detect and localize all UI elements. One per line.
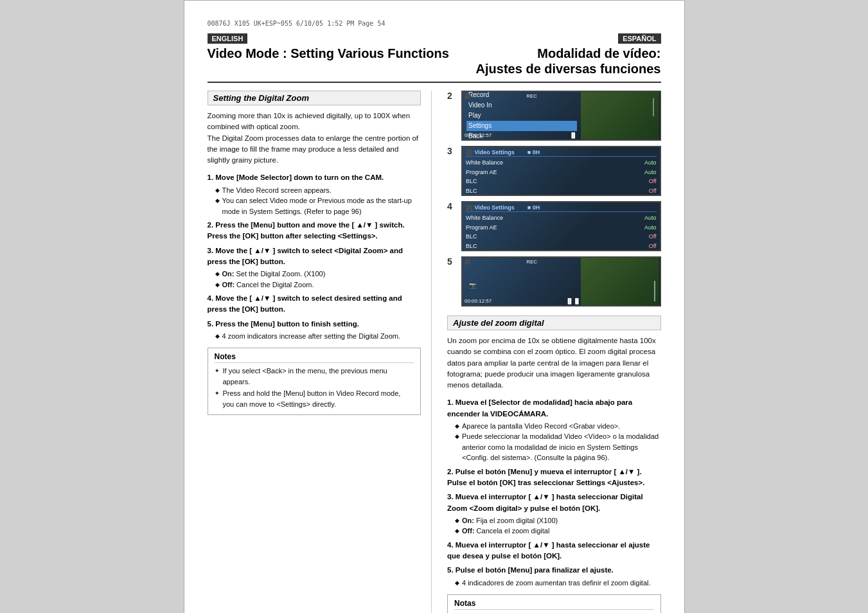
- meta-line: 00876J X105 UK+ESP~055 6/10/05 1:52 PM P…: [208, 20, 661, 27]
- english-column: Setting the Digital Zoom Zooming more th…: [208, 91, 432, 613]
- screenshot-5-preview: [581, 258, 660, 305]
- espanol-step-5-bullet-1: 4 indicadores de zoom aumentan tras defi…: [455, 578, 661, 589]
- espanol-notes-box: Notas Si selecciona Back <Volver> en el …: [447, 594, 661, 613]
- screenshot-5-menu: 🎥REC■💾 📷 00:00:12:57▐▌▐▌II: [463, 258, 581, 305]
- espanol-step-4: 4. Mueva el interruptor [ ▲/▼ ] hasta se…: [447, 540, 661, 562]
- screenshot-3-title: 🎥 Video Settings ■ 0H: [466, 149, 657, 157]
- english-title: Video Mode : Setting Various Functions: [208, 46, 449, 61]
- screenshot-4-stepnum: 4: [447, 201, 456, 211]
- screenshot-2-stepnum: 2: [447, 91, 456, 101]
- screenshot-3-wrapper: 🎥 Video Settings ■ 0H White BalanceAuto …: [461, 146, 661, 196]
- screenshot-4-screen: 🎥 Video Settings ■ 0H White BalanceAuto …: [461, 201, 661, 251]
- menu-item-videoin: Video In: [466, 100, 577, 111]
- settings3-row-blc1: BLCOff: [466, 177, 657, 186]
- english-section-heading: Setting the Digital Zoom: [208, 91, 421, 105]
- espanol-step-1: 1. Mueva el [Selector de modalidad] haci…: [447, 397, 661, 463]
- menu-item-play: Play: [466, 111, 577, 121]
- espanol-step-1-bullet-1: Aparece la pantalla Video Record <Grabar…: [455, 421, 661, 432]
- english-intro: Zooming more than 10x is achieved digita…: [208, 111, 421, 166]
- english-notes-list: If you select <Back> in the menu, the pr…: [215, 366, 414, 409]
- screenshot-4: 4 🎥 Video Settings ■ 0H White BalanceAut…: [447, 201, 661, 251]
- screenshot-2-wrapper: 🎥REC■💾 Record Video In Play Settings Bac…: [461, 91, 661, 141]
- screenshot-5-stepnum: 5: [447, 256, 456, 267]
- english-step-3-bullet-2: Off: Cancel the Digital Zoom.: [215, 280, 421, 290]
- espanol-steps: 1. Mueva el [Selector de modalidad] haci…: [447, 397, 661, 588]
- english-step-5-bullet-1: 4 zoom indicators increase after setting…: [215, 331, 421, 342]
- screenshot-3-screen: 🎥 Video Settings ■ 0H White BalanceAuto …: [461, 146, 661, 196]
- english-step-5: 5. Press the [Menu] button to finish set…: [208, 319, 421, 342]
- screenshot-4-title: 🎥 Video Settings ■ 0H: [466, 204, 657, 212]
- settings3-row-dz: Digital ZoomOff: [463, 195, 660, 196]
- header-right: ESPAÑOL Modalidad de vídeo:Ajustes de di…: [476, 33, 661, 76]
- screenshot-2-preview: [581, 92, 660, 139]
- reg-mark-tl: [190, 6, 202, 19]
- espanol-step-5: 5. Pulse el botón [Menu] para finalizar …: [447, 565, 661, 588]
- screenshot-5-screen: 🎥REC■💾 📷 00:00:12:57▐▌▐▌II: [461, 256, 661, 306]
- espanol-step-2: 2. Pulse el botón [Menu] y mueva el inte…: [447, 466, 661, 489]
- english-step-1-bullet-1: The Video Record screen appears.: [215, 185, 421, 196]
- espanol-step-3-bullet-2: Off: Cancela el zoom digital: [455, 526, 661, 537]
- settings4-row-blc1: BLCOff: [466, 232, 657, 242]
- screenshot-5-wrapper: 🎥REC■💾 📷 00:00:12:57▐▌▐▌II: [461, 256, 661, 306]
- screenshot-4-wrapper: 🎥 Video Settings ■ 0H White BalanceAuto …: [461, 201, 661, 251]
- espanol-section-heading: Ajuste del zoom digital: [447, 315, 661, 330]
- english-step-3-bullet-1: On: Set the Digital Zoom. (X100): [215, 269, 421, 280]
- espanol-step-3-bullet-1: On: Fija el zoom digital (X100): [455, 515, 661, 526]
- menu-item-settings: Settings: [466, 121, 577, 131]
- two-col-layout: Setting the Digital Zoom Zooming more th…: [208, 91, 661, 613]
- settings3-row-wb: White BalanceAuto: [466, 158, 657, 168]
- espanol-intro: Un zoom por encima de 10x se obtiene dig…: [447, 335, 661, 391]
- screenshot-2: 2 🎥REC■💾 Record Video In Play Settings: [447, 91, 661, 141]
- screenshot-2-menu: 🎥REC■💾 Record Video In Play Settings Bac…: [463, 92, 581, 139]
- screenshot-5: 5 🎥REC■💾 📷 00:00:12:57▐▌▐▌II: [447, 256, 661, 306]
- english-step-2: 2. Press the [Menu] button and move the …: [208, 220, 421, 242]
- english-notes-box: Notes If you select <Back> in the menu, …: [208, 348, 421, 415]
- screenshot-3-stepnum: 3: [447, 146, 456, 156]
- english-badge: ENGLISH: [208, 33, 248, 44]
- english-step-1-bullet-2: You can select Video mode or Previous mo…: [215, 195, 421, 217]
- espanol-badge: ESPAÑOL: [618, 33, 660, 44]
- espanol-title: Modalidad de vídeo:Ajustes de diversas f…: [476, 46, 661, 76]
- page-header: ENGLISH Video Mode : Setting Various Fun…: [208, 33, 661, 83]
- right-column: 2 🎥REC■💾 Record Video In Play Settings: [445, 91, 661, 613]
- settings4-row-blc2: BLCOff: [466, 242, 657, 251]
- reg-mark-tr: [666, 6, 679, 19]
- espanol-notes-title: Notas: [454, 599, 654, 610]
- settings4-row-ae: Program AEAuto: [466, 223, 657, 233]
- english-note-1: If you select <Back> in the menu, the pr…: [215, 366, 414, 387]
- english-step-3: 3. Move the [ ▲/▼ ] switch to select <Di…: [208, 245, 421, 290]
- settings3-row-blc2: BLCOff: [466, 186, 657, 196]
- espanol-step-3: 3. Mueva el interruptor [ ▲/▼ ] hasta se…: [447, 492, 661, 537]
- english-note-2: Press and hold the [Menu] button in Vide…: [215, 388, 414, 409]
- screenshots-column: 2 🎥REC■💾 Record Video In Play Settings: [447, 91, 661, 306]
- settings4-row-dz: Digital ZoomOn: [463, 251, 660, 251]
- english-step-4: 4. Move the [ ▲/▼ ] switch to select des…: [208, 293, 421, 315]
- screenshot-3: 3 🎥 Video Settings ■ 0H White BalanceAut…: [447, 146, 661, 196]
- header-left: ENGLISH Video Mode : Setting Various Fun…: [208, 33, 449, 61]
- english-steps: 1. Move [Mode Selector] down to turn on …: [208, 172, 421, 341]
- settings3-row-ae: Program AEAuto: [466, 168, 657, 177]
- english-notes-title: Notes: [215, 352, 414, 363]
- page-container: 00876J X105 UK+ESP~055 6/10/05 1:52 PM P…: [184, 0, 685, 613]
- espanol-step-1-bullet-2: Puede seleccionar la modalidad Video <Ví…: [455, 431, 661, 463]
- settings4-row-wb: White BalanceAuto: [466, 213, 657, 223]
- english-step-1: 1. Move [Mode Selector] down to turn on …: [208, 172, 421, 217]
- screenshot-2-screen: 🎥REC■💾 Record Video In Play Settings Bac…: [461, 91, 661, 141]
